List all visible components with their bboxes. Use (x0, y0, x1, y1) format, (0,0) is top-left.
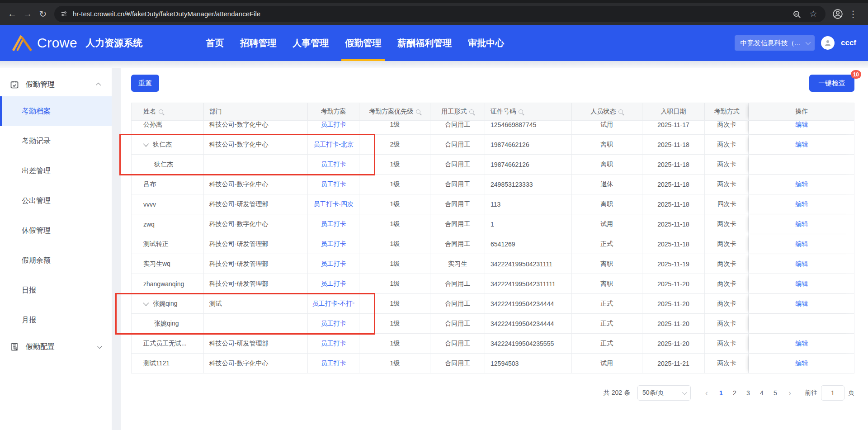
cell-method: 两次卡 (705, 155, 749, 174)
table-row: 张婉qing 员工打卡 1级 合同用工 342224199504234444 正… (132, 314, 854, 334)
plan-link[interactable]: 员工打卡 (321, 161, 346, 169)
nav-item-3[interactable]: 假勤管理 (345, 25, 381, 61)
nav-item-1[interactable]: 招聘管理 (240, 25, 276, 61)
page-number-3[interactable]: 3 (741, 389, 755, 397)
edit-link[interactable]: 编辑 (795, 200, 808, 208)
address-bar[interactable]: hr-test.croweit.cn/#/fakeDuty/fakeDutyMa… (54, 6, 826, 22)
cell-plan: 员工打卡 (308, 155, 360, 174)
plan-link[interactable]: 员工打卡 (321, 320, 346, 328)
cell-method: 两次卡 (705, 214, 749, 234)
nav-item-5[interactable]: 审批中心 (468, 25, 504, 61)
prev-page-button[interactable]: ‹ (701, 388, 712, 398)
sidebar-item-0[interactable]: 考勤档案 (0, 96, 112, 126)
row-expand-chevron-icon[interactable] (143, 300, 149, 306)
plan-link[interactable]: 员工打卡 (321, 280, 346, 288)
cell-hire-date: 2025-11-17 (642, 121, 705, 134)
edit-link[interactable]: 编辑 (795, 340, 808, 348)
goto-page-input[interactable] (821, 385, 844, 401)
plan-link[interactable]: 员工打卡 (321, 260, 346, 268)
one-click-check-button[interactable]: 一键检查 10 (809, 75, 854, 92)
search-icon[interactable] (159, 109, 163, 114)
next-page-button[interactable]: › (784, 388, 796, 398)
edit-link[interactable]: 编辑 (795, 180, 808, 189)
avatar[interactable] (821, 36, 835, 50)
sidebar-group-attendance[interactable]: 假勤管理 (0, 73, 112, 96)
row-expand-chevron-icon[interactable] (143, 141, 149, 147)
cell-priority: 1级 (359, 314, 430, 333)
page-size-select[interactable]: 50条/页 (637, 385, 691, 401)
search-icon[interactable] (469, 109, 474, 114)
column-header-priority: 考勤方案优先级 (359, 103, 430, 120)
cell-hire-date: 2025-11-18 (642, 234, 705, 254)
bookmark-star-icon[interactable]: ☆ (806, 6, 821, 22)
sidebar-item-7[interactable]: 月报 (0, 305, 112, 335)
cell-plan: 员工打卡-北京 (308, 135, 360, 154)
edit-link[interactable]: 编辑 (795, 240, 808, 248)
edit-link[interactable]: 编辑 (795, 280, 808, 288)
column-header-idnum: 证件号码 (485, 103, 572, 120)
plan-link[interactable]: 员工打卡 (321, 121, 346, 129)
browser-menu-icon[interactable]: ⋮ (845, 6, 861, 22)
sidebar: 假勤管理 考勤档案考勤记录出差管理公出管理休假管理假期余额日报月报 假勤配置 (0, 68, 112, 430)
table-row: 公孙嵩 科技公司-数字化中心 员工打卡 1级 合同用工 125466988774… (132, 121, 854, 135)
cell-hire-date: 2025-11-18 (642, 214, 705, 234)
plan-link[interactable]: 员工打卡 (321, 359, 346, 368)
page-number-5[interactable]: 5 (769, 389, 782, 397)
cell-emp-type: 合同用工 (430, 334, 485, 353)
plan-link[interactable]: 员工打卡 (321, 180, 346, 189)
reload-icon[interactable]: ↻ (35, 6, 51, 22)
plan-link[interactable]: 员工打卡-北京 (313, 141, 354, 149)
page-number-1[interactable]: 1 (714, 389, 728, 397)
browser-profile-icon[interactable] (830, 6, 845, 22)
column-header-emp: 用工形式 (430, 103, 485, 120)
plan-link[interactable]: 员工打卡-四次 (313, 200, 354, 208)
brand: Crowe 人力资源系统 (12, 34, 142, 52)
cell-priority: 1级 (359, 155, 430, 174)
cell-name: 测试1121 (132, 354, 204, 373)
nav-item-2[interactable]: 人事管理 (292, 25, 329, 61)
edit-link[interactable]: 编辑 (795, 359, 808, 368)
sidebar-item-1[interactable]: 考勤记录 (0, 126, 112, 156)
nav-item-0[interactable]: 首页 (206, 25, 224, 61)
edit-link[interactable]: 编辑 (795, 300, 808, 308)
table-row: zwq 科技公司-数字化中心 员工打卡 1级 合同用工 1 试用 2025-11… (132, 214, 854, 234)
cell-status: 离职 (572, 274, 642, 293)
chevron-down-icon (682, 390, 687, 395)
page-number-2[interactable]: 2 (728, 389, 741, 397)
cell-method: 两次卡 (705, 294, 749, 313)
cell-name: zwq (132, 214, 204, 234)
plan-link[interactable]: 员工打卡 (321, 340, 346, 348)
search-icon[interactable] (519, 109, 523, 114)
sidebar-item-2[interactable]: 出差管理 (0, 156, 112, 186)
table-row: 张婉qing 测试 员工打卡-不打卡 1级 合同用工 3422241995042… (132, 294, 854, 314)
edit-link[interactable]: 编辑 (795, 141, 808, 149)
company-select[interactable]: 中竞发信息科技（... (735, 35, 815, 51)
sidebar-item-6[interactable]: 日报 (0, 275, 112, 305)
sidebar-item-3[interactable]: 公出管理 (0, 186, 112, 216)
cell-dept: 科技公司-数字化中心 (204, 175, 308, 194)
zoom-icon[interactable] (788, 6, 804, 22)
edit-link[interactable]: 编辑 (795, 121, 808, 129)
sidebar-item-5[interactable]: 假期余额 (0, 246, 112, 275)
goto-unit-label: 页 (848, 389, 854, 397)
edit-link[interactable]: 编辑 (795, 220, 808, 228)
cell-priority: 1级 (359, 254, 430, 274)
site-settings-icon[interactable] (60, 10, 68, 18)
column-header-plan: 考勤方案 (308, 103, 360, 120)
cell-action: 编辑 (749, 274, 854, 293)
sidebar-item-4[interactable]: 休假管理 (0, 216, 112, 246)
sidebar-group-config[interactable]: 假勤配置 (0, 335, 112, 359)
cell-id-number: 342224199504235555 (485, 334, 572, 353)
plan-link[interactable]: 员工打卡 (321, 220, 346, 228)
cell-name: vvvv (132, 194, 204, 214)
nav-item-4[interactable]: 薪酬福利管理 (397, 25, 452, 61)
search-icon[interactable] (416, 109, 420, 114)
plan-link[interactable]: 员工打卡 (321, 240, 346, 248)
forward-icon[interactable]: → (20, 6, 35, 22)
back-icon[interactable]: ← (5, 6, 20, 22)
page-number-4[interactable]: 4 (755, 389, 769, 397)
plan-link[interactable]: 员工打卡-不打卡 (312, 300, 354, 308)
reset-button[interactable]: 重置 (131, 75, 159, 92)
search-icon[interactable] (618, 109, 623, 114)
edit-link[interactable]: 编辑 (795, 260, 808, 268)
